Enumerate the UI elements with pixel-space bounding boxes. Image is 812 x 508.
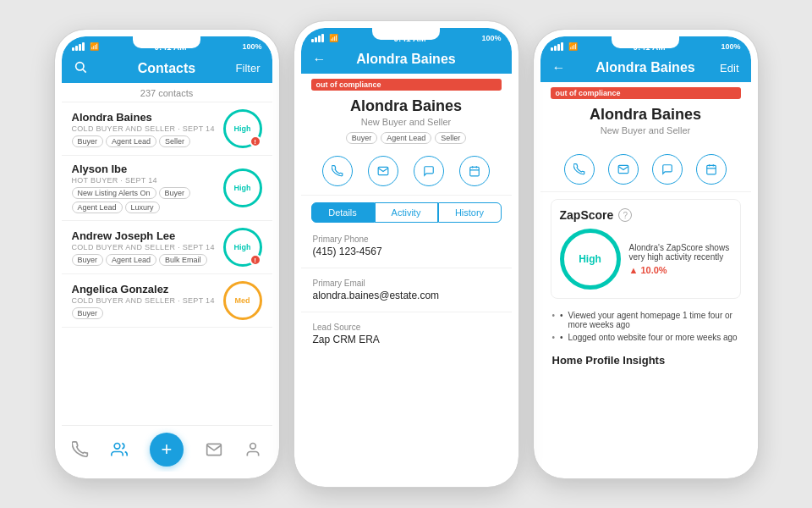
zap-score-angelica: Med (223, 281, 262, 320)
tag-agent-lead-3: Agent Lead (106, 254, 156, 266)
edit-button[interactable]: Edit (705, 62, 739, 75)
calendar-action-icon[interactable] (459, 156, 490, 186)
bullet-text-1: Viewed your agent homepage 1 time four o… (568, 311, 739, 329)
nav-title-alondra-3: Alondra Baines (586, 60, 705, 75)
email-action-icon[interactable] (368, 156, 398, 186)
bullet-icon-1: • (560, 311, 563, 329)
add-button[interactable]: + (150, 433, 184, 467)
contact-subtitle-3: New Buyer and Seller (551, 125, 741, 135)
zap-score-content: High Alondra's ZapScore shows very high … (560, 229, 732, 290)
phone-notch-2 (372, 28, 440, 40)
phone-3-body: out of compliance Alondra Baines New Buy… (540, 82, 751, 472)
back-button-3[interactable]: ← (552, 60, 586, 75)
tag-seller-p2: Seller (435, 132, 466, 144)
zap-score-description-block: Alondra's ZapScore shows very high activ… (629, 243, 732, 275)
contact-full-name-2: Alondra Baines (311, 97, 502, 115)
svg-line-1 (83, 69, 86, 73)
wifi-icon: 📶 (90, 42, 99, 51)
detail-primary-email: Primary Email alondra.baines@estate.com (301, 273, 512, 306)
contact-item-angelica[interactable]: Angelica Gonzalez COLD BUYER AND SELLER … (62, 274, 272, 328)
search-icon[interactable] (74, 60, 107, 76)
back-button-2[interactable]: ← (313, 52, 347, 67)
svg-rect-8 (707, 165, 716, 174)
email-action-icon-3[interactable] (608, 154, 639, 185)
status-icons-1: 📶 (72, 42, 99, 51)
battery-icon-2: 100% (481, 34, 501, 42)
zap-percent-change: ▲ 10.0% (629, 265, 732, 275)
contact-info-alyson: Alyson Ibe HOT BUYER · SEPT 14 New Listi… (72, 163, 223, 213)
contact-name-angelica: Angelica Gonzalez (72, 283, 223, 295)
help-icon[interactable]: ? (618, 208, 632, 222)
action-icons-2 (301, 151, 512, 196)
home-profile-title: Home Profile Insights (540, 351, 751, 372)
tag-bulk-email: Bulk Email (159, 254, 207, 266)
zap-score-andrew: High (223, 228, 262, 267)
wifi-icon-2: 📶 (329, 34, 338, 42)
zap-score-section: ZapScore ? High Alondra's ZapScore shows… (551, 199, 741, 299)
contact-item-alondra[interactable]: Alondra Baines COLD BUYER AND SELLER · S… (62, 102, 272, 156)
nav-title-contacts: Contacts (107, 61, 227, 76)
contact-tags-2: Buyer Agent Lead Seller (311, 132, 502, 144)
contact-header-3: Alondra Baines New Buyer and Seller (540, 102, 751, 147)
phone-action-icon[interactable] (322, 156, 353, 186)
tab-activity[interactable]: Activity (375, 202, 438, 223)
contact-item-alyson[interactable]: Alyson Ibe HOT BUYER · SEPT 14 New Listi… (62, 156, 272, 221)
tag-buyer-4: Buyer (72, 307, 104, 319)
svg-point-3 (250, 444, 255, 450)
primary-email-label: Primary Email (313, 279, 500, 288)
primary-phone-label: Primary Phone (313, 235, 500, 244)
contact-name-alyson: Alyson Ibe (72, 163, 223, 175)
phone-3-zapscore: 📶 9:41 AM 100% ← Alondra Baines Edit out… (534, 30, 758, 478)
signal-bar-4 (82, 42, 85, 51)
compliance-badge-3: out of compliance (551, 87, 741, 99)
wifi-icon-3: 📶 (568, 42, 578, 51)
tab-icon-profile[interactable] (244, 441, 261, 458)
battery-icon-1: 100% (242, 42, 261, 51)
tag-agent-lead: Agent Lead (106, 135, 156, 147)
tab-icon-calls[interactable] (72, 441, 89, 458)
bullet-icon-2: • (560, 333, 563, 342)
phone-1-inner: 📶 9:41 AM 100% Contacts Filter 237 conta… (62, 36, 272, 472)
chat-action-icon-3[interactable] (652, 154, 683, 185)
signal-icon-3 (551, 42, 563, 51)
tag-buyer-2: Buyer (159, 187, 191, 199)
lead-source-value: Zap CRM ERA (313, 334, 500, 345)
phone-action-icon-3[interactable] (564, 154, 595, 185)
tab-details[interactable]: Details (311, 202, 375, 223)
contact-sub-alyson: HOT BUYER · SEPT 14 (72, 176, 223, 185)
tab-icon-messages[interactable] (206, 441, 222, 458)
phones-container: 📶 9:41 AM 100% Contacts Filter 237 conta… (0, 4, 812, 504)
contact-action-icons-row (540, 147, 751, 192)
contact-info-andrew: Andrew Joseph Lee COLD BUYER AND SELLER … (72, 229, 223, 266)
contact-item-andrew[interactable]: Andrew Joseph Lee COLD BUYER AND SELLER … (62, 221, 272, 274)
bullet-item-1: • Viewed your agent homepage 1 time four… (552, 311, 739, 329)
phone-1-contacts: 📶 9:41 AM 100% Contacts Filter 237 conta… (55, 30, 279, 478)
contact-sub-alondra: COLD BUYER AND SELLER · SEPT 14 (72, 124, 223, 133)
zap-score-title: ZapScore (560, 208, 614, 222)
zap-score-header: ZapScore ? (560, 208, 732, 222)
tag-luxury: Luxury (125, 202, 160, 213)
bottom-tab-bar: + (62, 425, 272, 472)
detail-lead-source: Lead Source Zap CRM ERA (301, 318, 512, 351)
primary-email-value: alondra.baines@estate.com (313, 290, 500, 301)
contact-tags-andrew: Buyer Agent Lead Bulk Email (72, 254, 223, 266)
divider-1 (301, 268, 512, 268)
tab-icon-contacts[interactable] (111, 441, 128, 458)
zap-score-value: High (579, 253, 601, 265)
calendar-action-icon-3[interactable] (696, 154, 727, 185)
status-icons-3: 📶 (551, 42, 578, 51)
tab-history[interactable]: History (438, 202, 502, 223)
signal-icon-2 (311, 34, 324, 42)
contact-sub-angelica: COLD BUYER AND SELLER · SEPT 14 (72, 296, 223, 305)
phone-1-body: 237 contacts Alondra Baines COLD BUYER A… (62, 83, 272, 472)
contact-header-2: Alondra Baines New Buyer and Seller Buye… (301, 94, 512, 151)
chat-action-icon[interactable] (414, 156, 444, 186)
contact-subtitle-2: New Buyer and Seller (311, 117, 502, 127)
contact-name-alondra: Alondra Baines (72, 111, 223, 124)
compliance-badge-2: out of compliance (311, 79, 502, 91)
filter-button[interactable]: Filter (227, 62, 261, 75)
bullet-list: • Viewed your agent homepage 1 time four… (540, 306, 751, 351)
contacts-count: 237 contacts (62, 83, 272, 102)
lead-source-label: Lead Source (313, 323, 500, 332)
signal-bar-1 (72, 47, 74, 51)
